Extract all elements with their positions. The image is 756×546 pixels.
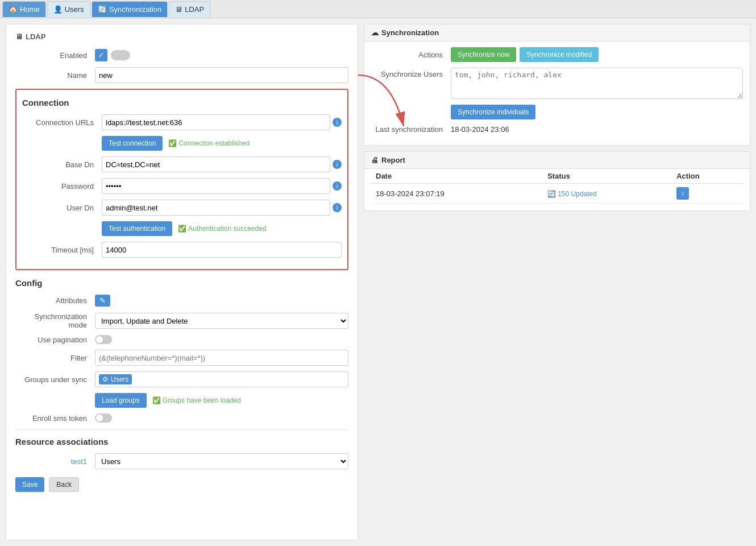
left-panel: 🖥 LDAP Enabled ✓ Name Connection Connect… xyxy=(6,24,358,540)
enabled-label: Enabled xyxy=(15,51,95,60)
password-info-icon[interactable]: i xyxy=(333,181,342,191)
nav-home-label: Home xyxy=(20,5,40,14)
name-label: Name xyxy=(15,71,95,80)
conn-ok-text: Connection established xyxy=(178,139,250,147)
report-box: 🖨 Report Date Status Action 18-03-2024 2 xyxy=(364,151,750,211)
sync-individuals-row: Synchronize individuals xyxy=(371,105,743,119)
col-status: Status xyxy=(543,169,672,184)
report-header-row: Date Status Action xyxy=(371,169,743,184)
report-box-header: 🖨 Report xyxy=(364,152,750,169)
right-panel: ☁ Synchronization Actions Synchronize no… xyxy=(364,24,750,540)
pagination-toggle[interactable] xyxy=(95,335,112,344)
sync-buttons: Synchronize now Synchronize modified xyxy=(451,47,599,62)
resource-associations-title: Resource associations xyxy=(15,437,348,446)
sync-individuals-button[interactable]: Synchronize individuals xyxy=(451,105,535,119)
enroll-sms-toggle[interactable] xyxy=(95,413,112,423)
nav-users-label: Users xyxy=(65,5,84,14)
report-title: Report xyxy=(381,156,405,164)
base-dn-input[interactable] xyxy=(102,156,330,172)
filter-input[interactable] xyxy=(95,350,348,366)
attributes-row: Attributes ✎ xyxy=(15,295,348,307)
sync-mode-select[interactable]: Import, Update and Delete Import only Im… xyxy=(95,313,348,329)
report-icon: 🖨 xyxy=(371,156,379,164)
save-button[interactable]: Save xyxy=(15,477,44,492)
nav-tab-home[interactable]: 🏠 Home xyxy=(2,1,46,17)
test-connection-button[interactable]: Test connection xyxy=(102,136,163,151)
test1-label[interactable]: test1 xyxy=(15,457,95,466)
groups-ok-text: Groups have been loaded xyxy=(163,396,241,404)
divider-1 xyxy=(15,429,348,430)
sync-now-button[interactable]: Synchronize now xyxy=(451,47,516,62)
sync-users-textarea[interactable] xyxy=(451,68,743,99)
sync-box-header: ☁ Synchronization xyxy=(364,24,750,42)
back-button[interactable]: Back xyxy=(49,477,79,492)
last-sync-row: Last synchronization 18-03-2024 23:06 xyxy=(371,125,743,134)
base-dn-row: Base Dn i xyxy=(22,156,342,172)
row-action: i xyxy=(672,184,743,204)
ldap-header-label: LDAP xyxy=(26,32,45,41)
home-icon: 🏠 xyxy=(9,5,18,14)
actions-label: Actions xyxy=(371,51,451,59)
url-info-icon[interactable]: i xyxy=(333,118,342,127)
config-section: Config Attributes ✎ Synchronization mode… xyxy=(15,278,348,423)
row-status: 🔄 150 Updated xyxy=(543,184,672,204)
config-title: Config xyxy=(15,278,348,288)
base-dn-label: Base Dn xyxy=(22,160,102,169)
name-input[interactable] xyxy=(95,67,348,83)
sync-modified-button[interactable]: Synchronize modified xyxy=(520,47,599,62)
report-tbody: 18-03-2024 23:07:19 🔄 150 Updated i xyxy=(371,184,743,204)
timeout-input[interactable] xyxy=(102,242,342,258)
load-groups-button[interactable]: Load groups xyxy=(95,393,147,408)
row-date: 18-03-2024 23:07:19 xyxy=(371,184,543,204)
url-input[interactable] xyxy=(102,114,330,130)
password-input[interactable] xyxy=(102,178,330,194)
user-dn-input[interactable] xyxy=(102,200,330,216)
nav-tab-users[interactable]: 👤 Users xyxy=(47,1,90,17)
groups-sync-label: Groups under sync xyxy=(15,375,95,384)
report-table: Date Status Action 18-03-2024 23:07:19 🔄 xyxy=(371,169,743,204)
sync-box: ☁ Synchronization Actions Synchronize no… xyxy=(364,24,750,146)
status-badge: 🔄 150 Updated xyxy=(547,190,597,198)
nav-sync-label: Synchronization xyxy=(109,5,162,14)
enabled-toggle-slider[interactable] xyxy=(111,50,130,60)
sync-icon: 🔄 xyxy=(98,5,107,14)
groups-ok-icon: ✅ xyxy=(152,396,161,404)
conn-ok-icon: ✅ xyxy=(168,139,177,147)
groups-tags-container[interactable]: ⚙ Users xyxy=(95,371,348,387)
test-auth-row: Test authentication ✅ Authentication suc… xyxy=(22,221,342,236)
connection-title: Connection xyxy=(22,98,342,107)
nav-tab-synchronization[interactable]: 🔄 Synchronization xyxy=(92,1,168,17)
pagination-label: Use pagination xyxy=(15,336,95,344)
nav-tab-ldap[interactable]: 🖥 LDAP xyxy=(169,1,210,17)
test-auth-button[interactable]: Test authentication xyxy=(102,221,172,236)
attributes-button[interactable]: ✎ xyxy=(95,295,110,307)
enabled-checkbox-icon[interactable]: ✓ xyxy=(95,49,107,61)
resource-associations-section: Resource associations test1 Users Admins… xyxy=(15,437,348,469)
bottom-buttons: Save Back xyxy=(15,477,348,492)
sync-box-icon: ☁ xyxy=(371,28,379,37)
last-sync-label: Last synchronization xyxy=(371,125,451,134)
last-sync-value: 18-03-2024 23:06 xyxy=(451,125,509,134)
pagination-row: Use pagination xyxy=(15,335,348,344)
groups-status: ✅ Groups have been loaded xyxy=(152,396,241,404)
ldap-header-icon: 🖥 xyxy=(15,32,23,41)
group-tag-icon: ⚙ xyxy=(102,375,109,383)
enabled-row: Enabled ✓ xyxy=(15,49,348,61)
connection-status: ✅ Connection established xyxy=(168,139,250,147)
password-label: Password xyxy=(22,182,102,191)
sync-box-title: Synchronization xyxy=(381,28,439,37)
filter-row: Filter xyxy=(15,350,348,366)
sync-users-row: Synchronize Users xyxy=(371,68,743,99)
enroll-sms-label: Enroll sms token xyxy=(15,414,95,423)
auth-ok-icon: ✅ xyxy=(178,225,186,233)
row-info-button[interactable]: i xyxy=(676,187,689,200)
user-dn-row: User Dn i xyxy=(22,200,342,216)
test1-select[interactable]: Users Admins Guests xyxy=(95,453,348,469)
group-tag-label: Users xyxy=(111,375,128,383)
password-row: Password i xyxy=(22,178,342,194)
connection-box: Connection Connection URLs i Test connec… xyxy=(15,89,348,270)
auth-ok-text: Authentication succeeded xyxy=(188,225,266,233)
connection-url-row: Connection URLs i xyxy=(22,114,342,130)
user-dn-info-icon[interactable]: i xyxy=(333,203,342,212)
base-dn-info-icon[interactable]: i xyxy=(333,160,342,169)
